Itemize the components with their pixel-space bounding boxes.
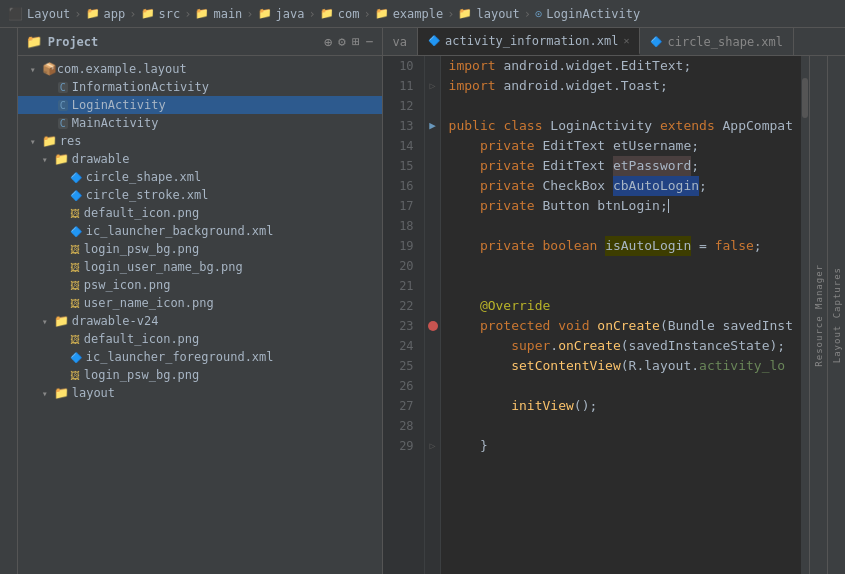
tab-xml-icon: 🔷 xyxy=(428,35,440,46)
tree-item-login-psw-bg2[interactable]: ▸ 🖼 login_psw_bg.png xyxy=(18,366,382,384)
tree-item-login-psw-bg[interactable]: ▸ 🖼 login_psw_bg.png xyxy=(18,240,382,258)
code-line-19: private boolean isAutoLogin = false; xyxy=(449,236,793,256)
folder-icon: 📁 xyxy=(26,34,42,49)
layout-folder-icon: 📁 xyxy=(54,386,69,400)
fold-icon: ▷ xyxy=(430,76,436,96)
login-user-bg-label: login_user_name_bg.png xyxy=(84,260,243,274)
tree-item-ic-launcher-fg[interactable]: ▸ 🔷 ic_launcher_foreground.xml xyxy=(18,348,382,366)
line-num-19: 19 xyxy=(383,236,418,256)
no-arrow: ▸ xyxy=(46,82,56,93)
code-content[interactable]: import android.widget.EditText; import a… xyxy=(441,56,801,574)
text-cursor xyxy=(668,199,669,213)
gutter-26 xyxy=(425,376,441,396)
psw-icon-label: psw_icon.png xyxy=(84,278,171,292)
panel-header: 📁 Project ⊕ ⚙ ⊞ − xyxy=(18,28,382,56)
tree-item-drawable-v24[interactable]: ▾ 📁 drawable-v24 xyxy=(18,312,382,330)
scrollbar-vertical[interactable] xyxy=(801,56,809,574)
code-line-22: @Override xyxy=(449,296,793,316)
breadcrumb-folder-icon6: 📁 xyxy=(375,7,389,20)
drawable-arrow: ▾ xyxy=(42,154,52,165)
drawable-v24-arrow: ▾ xyxy=(42,316,52,327)
panel-title: Project xyxy=(48,35,99,49)
fold-icon2: ▷ xyxy=(430,436,436,456)
tab-close-icon[interactable]: ✕ xyxy=(623,35,629,46)
tree-item-circle-stroke[interactable]: ▸ 🔷 circle_stroke.xml xyxy=(18,186,382,204)
resource-manager-label: Resource Manager xyxy=(809,264,829,367)
png-icon6: 🖼 xyxy=(70,334,80,345)
tree-item-information-activity[interactable]: ▸ C InformationActivity xyxy=(18,78,382,96)
tree-item-ic-launcher-bg[interactable]: ▸ 🔷 ic_launcher_background.xml xyxy=(18,222,382,240)
tab-circle-shape[interactable]: 🔷 circle_shape.xml xyxy=(640,28,794,55)
settings-icon[interactable]: ⚙ xyxy=(338,34,346,50)
breadcrumb-main[interactable]: main xyxy=(213,7,242,21)
tree-item-package[interactable]: ▾ 📦 com.example.layout xyxy=(18,60,382,78)
png-icon7: 🖼 xyxy=(70,370,80,381)
layout-folder-arrow: ▾ xyxy=(42,388,52,399)
breadcrumb-example[interactable]: example xyxy=(393,7,444,21)
gutter-22 xyxy=(425,296,441,316)
resource-manager-strip[interactable]: Resource Manager xyxy=(809,56,827,574)
breadcrumb-src[interactable]: src xyxy=(159,7,181,21)
code-line-11: import android.widget.Toast; xyxy=(449,76,793,96)
gutter-27 xyxy=(425,396,441,416)
line-num-10: 10 xyxy=(383,56,418,76)
ic-launcher-fg-label: ic_launcher_foreground.xml xyxy=(86,350,274,364)
tree-item-res[interactable]: ▾ 📁 res xyxy=(18,132,382,150)
no-arrow12: ▸ xyxy=(58,334,68,345)
code-line-20 xyxy=(449,256,793,276)
code-line-27: initView(); xyxy=(449,396,793,416)
line-num-22: 22 xyxy=(383,296,418,316)
line-num-12: 12 xyxy=(383,96,418,116)
no-arrow2: ▸ xyxy=(46,100,56,111)
png-icon2: 🖼 xyxy=(70,244,80,255)
tab-va[interactable]: va xyxy=(383,28,418,55)
tree-item-circle-shape[interactable]: ▸ 🔷 circle_shape.xml xyxy=(18,168,382,186)
login-psw-bg2-label: login_psw_bg.png xyxy=(84,368,200,382)
scope-icon[interactable]: ⊕ xyxy=(324,34,332,50)
captures-strip[interactable]: Layout Captures xyxy=(827,56,845,574)
package-label: com.example.layout xyxy=(57,62,187,76)
tree-item-drawable[interactable]: ▾ 📁 drawable xyxy=(18,150,382,168)
res-label: res xyxy=(60,134,82,148)
debug-breakpoint[interactable] xyxy=(428,321,438,331)
png-icon4: 🖼 xyxy=(70,280,80,291)
tree-item-psw-icon[interactable]: ▸ 🖼 psw_icon.png xyxy=(18,276,382,294)
breadcrumb-java[interactable]: java xyxy=(276,7,305,21)
tab-xml-icon2: 🔷 xyxy=(650,36,662,47)
gutter-11: ▷ xyxy=(425,76,441,96)
breadcrumb-layout-icon: ⬛ xyxy=(8,7,23,21)
breadcrumb-app[interactable]: app xyxy=(104,7,126,21)
default-icon2-label: default_icon.png xyxy=(84,332,200,346)
breadcrumb-loginactivity[interactable]: LoginActivity xyxy=(546,7,640,21)
tree-item-login-activity[interactable]: ▸ C LoginActivity xyxy=(18,96,382,114)
line-num-27: 27 xyxy=(383,396,418,416)
gutter-16 xyxy=(425,176,441,196)
line-num-21: 21 xyxy=(383,276,418,296)
editor-area: va 🔷 activity_information.xml ✕ 🔷 circle… xyxy=(383,28,845,574)
code-editor: 10 11 12 13 14 15 16 17 18 19 20 21 22 2… xyxy=(383,56,845,574)
minimize-icon[interactable]: − xyxy=(366,34,374,50)
tree-item-layout-folder[interactable]: ▾ 📁 layout xyxy=(18,384,382,402)
gutter: ▷ ▶ xyxy=(425,56,441,574)
tree-item-default-icon[interactable]: ▸ 🖼 default_icon.png xyxy=(18,204,382,222)
tree-item-user-icon[interactable]: ▸ 🖼 user_name_icon.png xyxy=(18,294,382,312)
login-activity-label: LoginActivity xyxy=(72,98,166,112)
breadcrumb-layout[interactable]: Layout xyxy=(27,7,70,21)
layout-icon[interactable]: ⊞ xyxy=(352,34,360,50)
tree-item-login-user-bg[interactable]: ▸ 🖼 login_user_name_bg.png xyxy=(18,258,382,276)
line-num-18: 18 xyxy=(383,216,418,236)
breadcrumb-com[interactable]: com xyxy=(338,7,360,21)
scrollbar-thumb[interactable] xyxy=(802,78,808,118)
tree-item-default-icon2[interactable]: ▸ 🖼 default_icon.png xyxy=(18,330,382,348)
line-numbers: 10 11 12 13 14 15 16 17 18 19 20 21 22 2… xyxy=(383,56,425,574)
main-activity-label: MainActivity xyxy=(72,116,159,130)
code-line-13: public class LoginActivity extends AppCo… xyxy=(449,116,793,136)
res-folder-icon: 📁 xyxy=(42,134,57,148)
tab-va-label: va xyxy=(393,35,407,49)
breadcrumb-layout2[interactable]: layout xyxy=(476,7,519,21)
line-num-11: 11 xyxy=(383,76,418,96)
tab-activity-info[interactable]: 🔷 activity_information.xml ✕ xyxy=(418,28,640,55)
line-num-28: 28 xyxy=(383,416,418,436)
tree-item-main-activity[interactable]: ▸ C MainActivity xyxy=(18,114,382,132)
login-psw-bg-label: login_psw_bg.png xyxy=(84,242,200,256)
